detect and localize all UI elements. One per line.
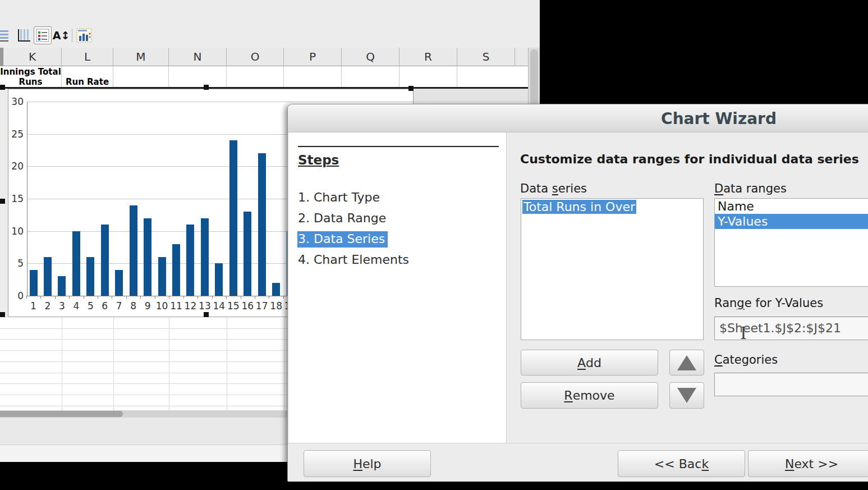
y-axis-tick-label: 10 [8,226,24,237]
scale-text-icon[interactable]: A↕ [52,26,70,44]
categories-input[interactable] [714,373,868,396]
bar-over-6 [101,225,109,296]
sheet-gridline [284,317,284,410]
column-header-L[interactable]: L [62,48,113,66]
empty-cell[interactable] [457,66,515,88]
step-chart-type[interactable]: 1. Chart Type [298,190,380,204]
column-header-R[interactable]: R [399,48,457,66]
x-axis-tick-mark [84,296,84,299]
bar-over-14 [215,263,223,296]
range-y-values-input[interactable]: $Sheet1.$J$2:$J$21 [714,317,868,340]
x-axis-tick-mark [112,296,112,299]
bar-over-11 [172,244,180,296]
selection-handle-top-mid[interactable] [204,85,209,90]
step-label: 1. Chart Type [298,190,380,204]
empty-cell[interactable] [399,66,457,88]
next-button[interactable]: Next >> [748,450,868,477]
column-header-N[interactable]: N [169,48,227,66]
arrow-up-icon [677,355,696,370]
empty-cell[interactable] [113,66,169,88]
remove-button[interactable]: Remove [521,382,658,409]
empty-cell[interactable] [169,66,227,88]
x-axis-tick-mark [140,296,141,299]
cell-innings-total-runs[interactable]: Innings Total Runs [0,66,62,88]
x-axis-tick-mark [183,296,184,299]
help-button[interactable]: Help [304,450,431,477]
step-data-range[interactable]: 2. Data Range [298,211,386,225]
x-axis-tick-mark [26,296,27,299]
y-axis-tick-label: 20 [8,161,24,172]
sheet-gridline [169,317,169,410]
selection-handle-bottom-left[interactable] [0,312,5,317]
text-cursor-pointer: I [740,323,747,343]
step-chart-elements[interactable]: 4. Chart Elements [298,253,409,267]
x-axis-tick-mark [241,296,241,299]
selection-handle-top-right[interactable] [408,86,414,91]
move-down-button[interactable] [669,382,704,409]
bar-over-12 [186,225,194,296]
column-header-Q[interactable]: Q [342,48,399,66]
y-axis-tick-label: 15 [8,193,24,204]
x-axis-tick-label: 16 [241,300,254,312]
x-axis-tick-mark [155,296,155,299]
chart-type-icon[interactable] [75,26,93,44]
y-axis-tick-label: 25 [8,129,24,140]
chart-wizard-dialog: Chart Wizard Steps 1. Chart Type 2. Data… [287,104,868,481]
bar-over-18 [272,283,280,296]
move-up-button[interactable] [669,350,704,375]
step-data-series[interactable]: 3. Data Series [298,232,388,246]
dialog-titlebar[interactable]: Chart Wizard [288,104,868,132]
legend-on-off-icon[interactable] [34,26,52,44]
horizontal-grids-icon[interactable] [0,26,11,44]
bar-over-17 [258,153,266,296]
bar-over-13 [201,218,209,296]
add-button[interactable]: Add [521,350,658,375]
column-header-K[interactable]: K [3,48,62,66]
data-series-item-selected[interactable]: Total Runs in Over [522,200,636,214]
bar-over-7 [115,270,123,296]
column-header-S[interactable]: S [457,48,515,66]
step-label: 4. Chart Elements [298,253,409,267]
x-axis-tick-label: 4 [70,300,83,312]
x-axis-tick-label: 15 [227,300,240,312]
bar-over-8 [130,205,137,296]
x-axis-tick-mark [226,296,227,299]
selection-handle-top-left[interactable] [0,85,5,90]
cell-text: Runs [0,77,61,87]
empty-cell[interactable] [284,66,342,88]
vertical-grids-icon[interactable] [15,26,33,44]
sheet-gridline [227,317,227,410]
data-series-listbox[interactable]: Total Runs in Over [521,198,704,340]
empty-cell[interactable] [342,66,399,88]
column-header-M[interactable]: M [113,48,169,66]
x-axis-tick-label: 9 [141,300,154,312]
column-headers: K L M N O P Q R S [0,48,540,66]
categories-label: Categories [714,353,778,367]
column-header-partial[interactable] [515,48,528,66]
range-y-values-label: Range for Y-Values [714,296,823,310]
x-axis-tick-label: 5 [84,300,97,312]
x-axis-tick-label: 8 [127,300,140,312]
column-header-P[interactable]: P [284,48,342,66]
column-header-O[interactable]: O [227,48,284,66]
empty-cell[interactable] [227,66,284,88]
bar-over-15 [229,140,237,296]
back-button[interactable]: << Back [618,450,745,477]
x-axis-tick-label: 7 [112,300,126,312]
x-axis-tick-label: 2 [41,300,54,312]
selection-handle-bottom-mid[interactable] [204,312,209,317]
steps-separator [298,146,499,147]
sheet-gridline [113,317,114,410]
horizontal-scrollbar-thumb[interactable] [0,411,123,417]
bar-over-16 [244,212,251,296]
x-axis-tick-mark [40,296,41,299]
x-axis-tick-mark [169,296,169,299]
data-range-item-y-values[interactable]: Y-Values [715,214,868,229]
data-ranges-label: Data ranges [714,182,787,195]
selection-handle-mid-left[interactable] [0,199,5,204]
data-range-item-name[interactable]: Name [715,199,868,214]
chart-edit-toolbar: A↕ [0,24,540,48]
cell-run-rate[interactable]: Run Rate [62,66,113,88]
data-ranges-listbox[interactable]: Name Y-Values [714,198,868,287]
x-axis-tick-label: 3 [55,300,68,312]
